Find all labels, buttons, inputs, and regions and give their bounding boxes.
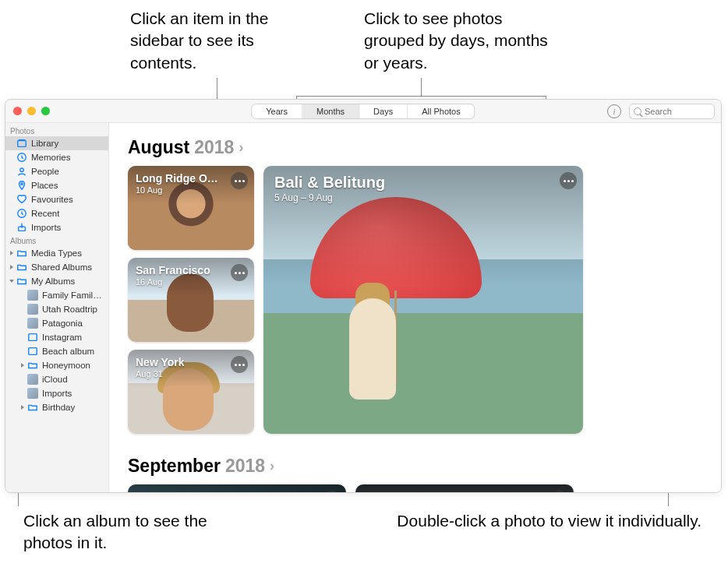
search-field[interactable] bbox=[629, 104, 715, 119]
close-window-button[interactable] bbox=[13, 107, 22, 115]
photo-card[interactable]: New YorkAug 31 bbox=[128, 350, 254, 434]
sidebar-section-title: Photos bbox=[5, 125, 108, 136]
sidebar-item-label: Media Types bbox=[31, 248, 82, 258]
photo-card[interactable]: Bali & Belitung5 Aug – 9 Aug bbox=[263, 166, 583, 434]
album-thumbnail-icon bbox=[27, 374, 38, 385]
segment-years[interactable]: Years bbox=[252, 104, 302, 118]
sidebar-item-label: Imports bbox=[42, 389, 72, 398]
card-title: New York bbox=[136, 356, 185, 368]
sidebar-item-imports[interactable]: Imports bbox=[5, 386, 108, 400]
content-area: August2018›Long Ridge Ope…10 AugSan Fran… bbox=[109, 123, 721, 492]
sidebar-item-label: Family Family… bbox=[42, 291, 104, 300]
card-date: Aug 31 bbox=[136, 369, 163, 379]
sidebar-item-label: iCloud bbox=[42, 375, 68, 384]
sidebar-item-beach-album[interactable]: Beach album bbox=[5, 344, 108, 358]
album-thumbnail-icon bbox=[27, 318, 38, 329]
sidebar-item-media-types[interactable]: Media Types bbox=[5, 246, 108, 260]
sidebar-item-recent[interactable]: Recent bbox=[5, 206, 108, 220]
sidebar-item-shared-albums[interactable]: Shared Albums bbox=[5, 260, 108, 274]
card-date: 5 Aug – 9 Aug bbox=[274, 192, 333, 203]
import-icon bbox=[16, 222, 27, 233]
app-window: YearsMonthsDaysAll Photos i PhotosLibrar… bbox=[5, 99, 722, 493]
minimize-window-button[interactable] bbox=[27, 107, 36, 115]
sidebar-item-label: Shared Albums bbox=[31, 262, 92, 272]
disclosure-triangle-icon bbox=[10, 265, 13, 269]
folder-icon bbox=[27, 360, 38, 371]
folder-icon bbox=[16, 276, 27, 287]
month-label: September bbox=[128, 456, 221, 477]
more-button[interactable] bbox=[560, 172, 577, 189]
sidebar-item-instagram[interactable]: Instagram bbox=[5, 330, 108, 344]
photo-card[interactable]: Moss Beach30 Sep bbox=[355, 484, 574, 492]
callout-bottom-right: Double-click a photo to view it individu… bbox=[366, 510, 701, 532]
sidebar-item-memories[interactable]: Memories bbox=[5, 150, 108, 164]
album-thumbnail-icon bbox=[27, 304, 38, 315]
zoom-window-button[interactable] bbox=[41, 107, 50, 115]
sidebar-item-utah-roadtrip[interactable]: Utah Roadtrip bbox=[5, 302, 108, 316]
segment-months[interactable]: Months bbox=[302, 104, 359, 118]
more-button[interactable] bbox=[231, 264, 248, 281]
clock-icon bbox=[16, 208, 27, 219]
info-button[interactable]: i bbox=[607, 104, 621, 118]
sidebar-item-library[interactable]: Library bbox=[5, 136, 108, 150]
search-input[interactable] bbox=[645, 107, 707, 116]
titlebar: YearsMonthsDaysAll Photos i bbox=[5, 100, 721, 123]
folder-icon bbox=[16, 262, 27, 273]
sidebar-item-label: Instagram bbox=[42, 333, 82, 342]
album-thumbnail-icon bbox=[27, 388, 38, 399]
segment-days[interactable]: Days bbox=[359, 104, 408, 118]
year-label: 2018 bbox=[194, 137, 234, 158]
sidebar-item-honeymoon[interactable]: Honeymoon bbox=[5, 358, 108, 372]
sidebar-item-label: Imports bbox=[31, 223, 61, 232]
person-icon bbox=[16, 166, 27, 177]
callout-line bbox=[421, 78, 422, 96]
sidebar-item-people[interactable]: People bbox=[5, 164, 108, 178]
sidebar-item-label: Honeymoon bbox=[42, 361, 90, 370]
folder-icon bbox=[27, 402, 38, 413]
sidebar-item-patagonia[interactable]: Patagonia bbox=[5, 316, 108, 330]
segment-all-photos[interactable]: All Photos bbox=[408, 104, 475, 118]
chevron-right-icon: › bbox=[270, 458, 274, 474]
sidebar-item-label: Recent bbox=[31, 209, 59, 218]
cards-row: Long Ridge Ope…10 AugSan Francisco16 Aug… bbox=[128, 166, 702, 434]
sidebar-item-icloud[interactable]: iCloud bbox=[5, 372, 108, 386]
library-icon bbox=[16, 138, 27, 149]
sidebar-item-places[interactable]: Places bbox=[5, 178, 108, 192]
card-date: 10 Aug bbox=[136, 185, 162, 195]
sidebar-item-label: Memories bbox=[31, 153, 70, 162]
svg-point-3 bbox=[21, 183, 23, 185]
pin-icon bbox=[16, 180, 27, 191]
more-button[interactable] bbox=[231, 172, 248, 189]
sidebar-item-birthday[interactable]: Birthday bbox=[5, 400, 108, 414]
sidebar-item-family-family-[interactable]: Family Family… bbox=[5, 288, 108, 302]
sidebar-item-imports[interactable]: Imports bbox=[5, 220, 108, 234]
sidebar-item-label: Utah Roadtrip bbox=[42, 305, 97, 314]
card-title: Moss Beach bbox=[363, 491, 427, 492]
sidebar: PhotosLibraryMemoriesPeoplePlacesFavouri… bbox=[5, 123, 109, 492]
month-header[interactable]: August2018› bbox=[128, 137, 702, 158]
card-title: Long Ridge Ope… bbox=[136, 172, 221, 185]
view-segmented-control: YearsMonthsDaysAll Photos bbox=[251, 104, 475, 119]
callout-top-left: Click an item in the sidebar to see its … bbox=[130, 8, 302, 74]
photo-card[interactable]: San Francisco16 Aug bbox=[128, 258, 254, 342]
traffic-lights bbox=[5, 107, 50, 115]
sidebar-item-label: Library bbox=[31, 139, 58, 148]
month-label: August bbox=[128, 137, 189, 158]
card-title: Belitung bbox=[136, 491, 179, 492]
sidebar-item-my-albums[interactable]: My Albums bbox=[5, 274, 108, 288]
clock-icon bbox=[16, 152, 27, 163]
more-button[interactable] bbox=[231, 356, 248, 373]
card-title: San Francisco bbox=[136, 264, 210, 276]
sidebar-item-label: My Albums bbox=[31, 276, 75, 286]
search-icon bbox=[634, 107, 641, 115]
sidebar-item-label: Places bbox=[31, 181, 58, 190]
sidebar-item-favourites[interactable]: Favourites bbox=[5, 192, 108, 206]
callout-bottom-left: Click an album to see the photos in it. bbox=[23, 510, 218, 555]
photo-card[interactable]: Long Ridge Ope…10 Aug bbox=[128, 166, 254, 250]
disclosure-triangle-icon bbox=[9, 280, 14, 283]
album-thumbnail-icon bbox=[27, 290, 38, 301]
month-header[interactable]: September2018› bbox=[128, 456, 702, 477]
sidebar-item-label: People bbox=[31, 167, 59, 176]
photo-card[interactable]: Belitung11 Sep – 15 Sep bbox=[128, 484, 346, 492]
callout-line bbox=[296, 96, 546, 97]
